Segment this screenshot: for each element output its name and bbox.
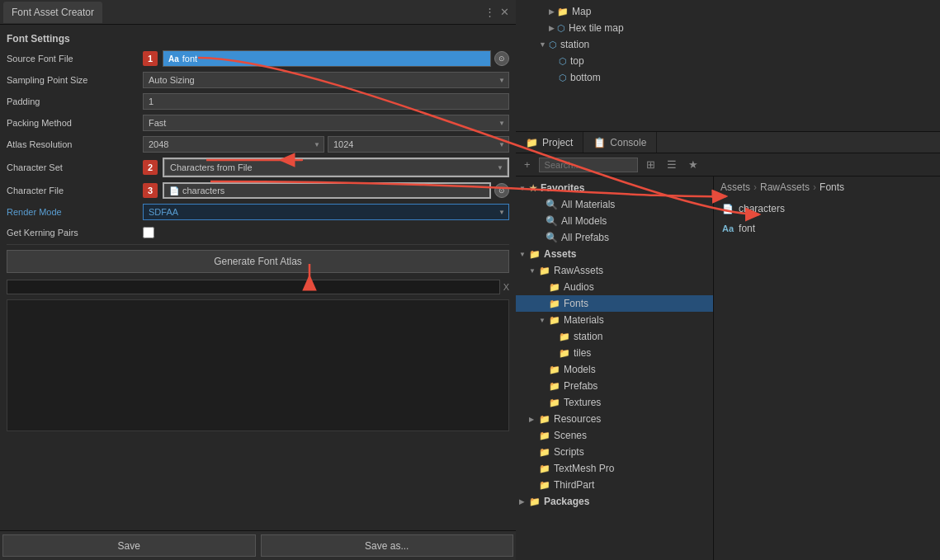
padding-label: Padding [7,96,143,106]
scripts-folder-icon: 📁 [539,447,550,458]
station-label: station [560,39,589,50]
packing-method-wrapper: Fast Optimal [143,115,509,131]
tree-item-tiles[interactable]: 📁 tiles [516,345,713,361]
more-options-icon[interactable]: ⋮ [484,6,495,18]
breadcrumb-fonts[interactable]: Fonts [820,181,844,193]
hierarchy-item-top[interactable]: ⬡ top [516,53,940,69]
source-font-file-label: Source Font File [7,54,143,64]
tree-item-resources[interactable]: ▶ 📁 Resources [516,411,713,427]
resources-arrow: ▶ [529,416,539,423]
hierarchy-item-bottom[interactable]: ⬡ bottom [516,69,940,86]
map-folder-icon: 📁 [557,7,569,17]
save-as-button[interactable]: Save as... [261,534,514,557]
tree-item-fonts[interactable]: 📁 Fonts [516,295,713,312]
prefabs-folder-icon: 📁 [549,381,560,392]
content-item-characters[interactable]: 📄 characters [717,200,937,218]
close-icon[interactable]: ✕ [500,6,509,18]
character-set-select[interactable]: Characters from File ASCII Extended ASCI… [164,159,508,176]
rawassets-arrow: ▼ [529,267,539,275]
char-file-picker-btn[interactable]: ⊙ [494,183,509,198]
all-materials-search-icon: 🔍 [546,199,558,210]
tree-item-favorites[interactable]: ▼ ★ Favorites [516,180,713,196]
station-tree-folder-icon: 📁 [559,332,570,342]
top-label: top [570,55,584,67]
project-toolbar: + ⊞ ☰ ★ [516,153,940,176]
tree-item-models[interactable]: 📁 Models [516,361,713,378]
font-file-field[interactable]: Aa font [163,50,491,67]
tree-item-all-prefabs[interactable]: 🔍 All Prefabs [516,229,713,246]
tab-project[interactable]: 📁 Project [516,132,583,153]
tree-item-scripts[interactable]: 📁 Scripts [516,444,713,460]
character-set-label: Character Set [7,162,143,172]
breadcrumb-sep-1: › [753,181,757,193]
tree-item-thirdpart[interactable]: 📁 ThirdPart [516,477,713,493]
get-kerning-pairs-control [143,227,509,238]
create-btn[interactable]: + [521,157,534,172]
settings-btn[interactable]: ★ [685,157,701,172]
hierarchy-panel: ▶ 📁 Map ▶ ⬡ Hex tile map ▼ ⬡ station ⬡ t… [516,0,940,132]
content-item-font[interactable]: Aa font [717,219,937,238]
characters-file-icon: 📄 [722,204,734,214]
tree-item-rawassets[interactable]: ▼ 📁 RawAssets [516,262,713,279]
project-search-input[interactable] [539,158,638,172]
hierarchy-item-station[interactable]: ▼ ⬡ station [516,36,940,53]
step-3-badge: 3 [143,183,158,198]
font-type-icon: Aa [168,54,179,64]
models-label: Models [564,364,596,375]
hierarchy-tree: ▶ 📁 Map ▶ ⬡ Hex tile map ▼ ⬡ station ⬡ t… [516,0,940,89]
tree-item-all-materials[interactable]: 🔍 All Materials [516,196,713,213]
save-button[interactable]: Save [2,534,256,557]
get-kerning-pairs-checkbox[interactable] [143,227,154,238]
tree-item-textmesh-pro[interactable]: 📁 TextMesh Pro [516,460,713,477]
breadcrumb-assets[interactable]: Assets [720,181,750,193]
filter-btn[interactable]: ☰ [664,157,680,172]
rawassets-folder-icon: 📁 [539,266,550,276]
padding-input[interactable] [143,93,509,110]
atlas-resolution-label: Atlas Resolution [7,139,143,149]
render-mode-select[interactable]: SDFAA SDF Bitmap [143,204,509,220]
padding-control [143,93,509,110]
hierarchy-item-hex-tile-map[interactable]: ▶ ⬡ Hex tile map [516,20,940,36]
tab-console[interactable]: 📋 Console [583,132,657,153]
bottom-label: bottom [570,72,601,83]
resources-label: Resources [554,413,601,425]
content-items: 📄 characters Aa font [717,200,937,238]
tree-item-audios[interactable]: 📁 Audios [516,279,713,295]
assets-label: Assets [544,248,576,260]
hierarchy-item-map[interactable]: ▶ 📁 Map [516,3,940,20]
sampling-point-size-label: Sampling Point Size [7,75,143,85]
sampling-point-size-select[interactable]: Auto Sizing [143,72,509,88]
tree-item-textures[interactable]: 📁 Textures [516,394,713,411]
view-type-btn[interactable]: ⊞ [643,157,659,172]
atlas-width-select[interactable]: 2048 1024 512 [143,136,324,153]
packing-method-row: Packing Method Fast Optimal [0,112,516,134]
progress-cancel-btn[interactable]: X [503,282,509,292]
project-tab-label: Project [542,137,573,148]
generate-font-atlas-button[interactable]: Generate Font Atlas [7,250,509,273]
render-mode-row: Render Mode SDFAA SDF Bitmap [0,201,516,223]
atlas-height-select[interactable]: 1024 2048 512 [328,136,509,153]
textmesh-pro-folder-icon: 📁 [539,464,550,474]
progress-bar-container [7,280,500,294]
font-settings-header: Font Settings [0,30,516,48]
tree-item-prefabs[interactable]: 📁 Prefabs [516,378,713,394]
tree-item-assets[interactable]: ▼ 📁 Assets [516,246,713,262]
char-file-icon: 📄 [169,186,179,195]
textmesh-pro-label: TextMesh Pro [554,463,614,474]
breadcrumb-sep-2: › [813,181,816,193]
packing-method-select[interactable]: Fast Optimal [143,115,509,131]
tree-item-scenes[interactable]: 📁 Scenes [516,427,713,444]
character-file-field[interactable]: 📄 characters [163,182,491,199]
padding-row: Padding [0,91,516,112]
scenes-folder-icon: 📁 [539,431,550,441]
tree-item-station[interactable]: 📁 station [516,328,713,345]
breadcrumb-rawassets[interactable]: RawAssets [760,181,810,193]
font-file-picker-btn[interactable]: ⊙ [494,51,509,66]
font-file-icon: Aa [722,224,734,233]
character-file-control: 3 📄 characters ⊙ [143,182,509,199]
tree-item-materials[interactable]: ▼ 📁 Materials [516,312,713,328]
tree-item-packages[interactable]: ▶ 📁 Packages [516,493,713,510]
font-asset-creator-tab[interactable]: Font Asset Creator [3,2,102,23]
all-models-search-icon: 🔍 [546,215,558,227]
tree-item-all-models[interactable]: 🔍 All Models [516,213,713,229]
